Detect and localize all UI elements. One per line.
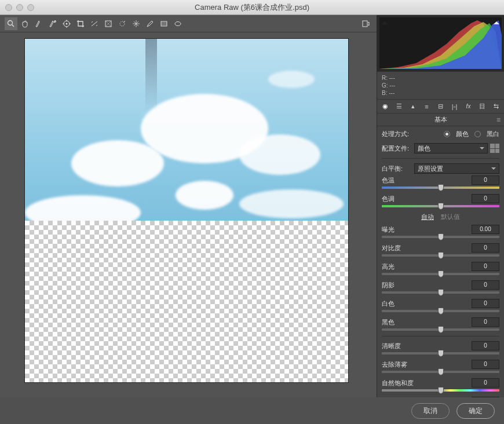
highlights-value[interactable]: 0 — [472, 262, 499, 271]
profile-select[interactable]: 颜色 — [414, 143, 488, 153]
treatment-color-radio[interactable] — [444, 131, 450, 137]
tab-presets-icon[interactable]: ⇆ — [492, 102, 501, 111]
spot-removal-tool-icon[interactable] — [116, 17, 129, 30]
treatment-color-label: 颜色 — [456, 130, 469, 138]
profile-browser-icon[interactable] — [490, 144, 499, 153]
svg-point-0 — [8, 20, 13, 25]
whites-label: 白色 — [382, 299, 472, 308]
temp-slider[interactable] — [382, 187, 499, 189]
treatment-label: 处理方式: — [382, 130, 414, 138]
wb-select[interactable]: 原照设置 — [414, 163, 499, 174]
tint-slider[interactable] — [382, 205, 499, 207]
panel-title: 基本 ≡ — [377, 114, 504, 126]
blacks-slider[interactable] — [382, 328, 499, 331]
auto-link[interactable]: 自动 — [421, 213, 434, 220]
exposure-value[interactable]: 0.00 — [472, 225, 499, 234]
image-sky-region — [25, 39, 348, 221]
transform-tool-icon[interactable] — [102, 17, 115, 30]
red-eye-tool-icon[interactable] — [130, 17, 143, 30]
rgb-readout: R: --- G: --- B: --- — [377, 72, 504, 100]
clarity-slider[interactable] — [382, 352, 499, 354]
rgb-g: G: --- — [382, 82, 499, 89]
vibrance-slider[interactable] — [382, 389, 499, 392]
temp-value[interactable]: 0 — [472, 176, 499, 185]
svg-point-8 — [175, 21, 181, 25]
tint-value[interactable]: 0 — [472, 194, 499, 203]
svg-line-1 — [12, 24, 14, 27]
rgb-b: B: --- — [382, 89, 499, 97]
toolbar — [0, 15, 377, 32]
svg-point-4 — [66, 23, 68, 24]
canvas-area — [0, 32, 377, 411]
settings-panel: R: --- G: --- B: --- ◉ ☰ ▴ ≡ ⊟ |◦| fx 目 … — [377, 15, 504, 424]
panel-tabs: ◉ ☰ ▴ ≡ ⊟ |◦| fx 目 ⇆ — [377, 100, 504, 114]
histogram[interactable] — [377, 15, 504, 72]
tab-cal-icon[interactable]: 目 — [478, 102, 487, 111]
treatment-bw-radio[interactable] — [474, 131, 481, 137]
white-balance-tool-icon[interactable] — [32, 17, 45, 30]
vibrance-label: 自然饱和度 — [382, 379, 472, 388]
crop-tool-icon[interactable] — [74, 17, 87, 30]
highlights-slider[interactable] — [382, 273, 499, 275]
dehaze-slider[interactable] — [382, 371, 499, 373]
rgb-r: R: --- — [382, 74, 499, 82]
tint-label: 色调 — [382, 195, 472, 203]
image-transparent-region — [25, 221, 348, 382]
window-titlebar: Camera Raw (第6课合成作业.psd) — [0, 0, 504, 15]
straighten-tool-icon[interactable] — [88, 17, 101, 30]
dialog-footer: 取消 确定 — [0, 397, 504, 424]
tab-fx-icon[interactable]: fx — [464, 102, 473, 111]
adjustment-brush-tool-icon[interactable] — [144, 17, 156, 30]
tab-split-icon[interactable]: ⊟ — [436, 102, 445, 111]
tab-basic-icon[interactable]: ◉ — [381, 102, 389, 111]
targeted-adjustment-icon[interactable] — [60, 17, 73, 30]
exposure-slider[interactable] — [382, 236, 499, 238]
zoom-tool-icon[interactable] — [5, 17, 17, 30]
svg-rect-9 — [363, 21, 367, 27]
auto-default-row: 自动默认值 — [382, 213, 499, 221]
shadows-slider[interactable] — [382, 291, 499, 294]
tab-detail-icon[interactable]: ▴ — [408, 102, 417, 111]
contrast-value[interactable]: 0 — [472, 243, 499, 253]
shadows-label: 阴影 — [382, 281, 472, 290]
temp-label: 色温 — [382, 176, 472, 185]
tab-lens-icon[interactable]: |◦| — [450, 102, 459, 111]
graduated-filter-tool-icon[interactable] — [158, 17, 170, 30]
hand-tool-icon[interactable] — [19, 17, 31, 30]
dehaze-label: 去除薄雾 — [382, 360, 472, 369]
dehaze-value[interactable]: 0 — [472, 360, 499, 369]
wb-label: 白平衡: — [382, 165, 414, 173]
window-title: Camera Raw (第6课合成作业.psd) — [0, 2, 504, 13]
blacks-value[interactable]: 0 — [472, 317, 499, 327]
cancel-button[interactable]: 取消 — [411, 403, 450, 419]
color-sampler-tool-icon[interactable] — [46, 17, 59, 30]
whites-value[interactable]: 0 — [472, 299, 499, 308]
vibrance-value[interactable]: 0 — [472, 378, 499, 388]
clarity-label: 清晰度 — [382, 342, 472, 350]
preferences-icon[interactable] — [359, 17, 372, 30]
exposure-label: 曝光 — [382, 225, 472, 234]
shadows-value[interactable]: 0 — [472, 280, 499, 290]
contrast-slider[interactable] — [382, 254, 499, 257]
tab-curve-icon[interactable]: ☰ — [395, 102, 403, 111]
image-canvas[interactable] — [24, 38, 349, 383]
whites-slider[interactable] — [382, 310, 499, 312]
treatment-bw-label: 黑白 — [487, 130, 499, 138]
radial-filter-tool-icon[interactable] — [171, 17, 184, 30]
tab-hsl-icon[interactable]: ≡ — [422, 102, 431, 111]
contrast-label: 对比度 — [382, 244, 472, 253]
default-link: 默认值 — [441, 213, 460, 220]
blacks-label: 黑色 — [382, 318, 472, 327]
ok-button[interactable]: 确定 — [456, 403, 495, 419]
clarity-value[interactable]: 0 — [472, 341, 499, 350]
panel-menu-icon[interactable]: ≡ — [496, 116, 501, 124]
highlights-label: 高光 — [382, 262, 472, 271]
profile-label: 配置文件: — [382, 144, 414, 153]
